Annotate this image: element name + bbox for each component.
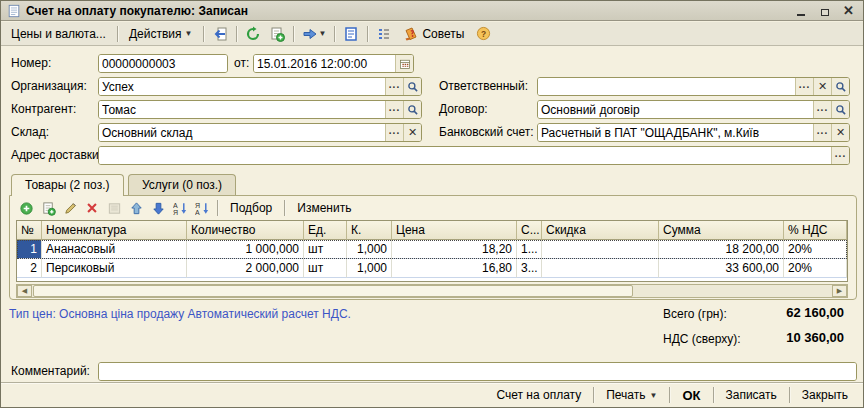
actions-menu-button[interactable]: Действия▼ — [123, 25, 199, 43]
column-header[interactable]: № — [17, 221, 42, 240]
organization-open-button[interactable] — [403, 78, 421, 95]
goto-menu-button[interactable]: ▼ — [299, 24, 329, 44]
reread-button[interactable] — [209, 24, 231, 44]
contract-choose-button[interactable]: ... — [813, 101, 831, 118]
print-menu-button[interactable]: Печать▼ — [597, 386, 666, 404]
counterparty-input[interactable] — [99, 101, 385, 118]
column-header[interactable]: Ед. — [304, 221, 347, 240]
scrollbar-track[interactable] — [633, 285, 832, 297]
scrollbar-thumb[interactable] — [33, 285, 633, 297]
bank-account-clear-button[interactable]: ✕ — [831, 124, 849, 141]
column-header[interactable]: К. — [347, 221, 392, 240]
organization-choose-button[interactable]: ... — [385, 78, 403, 95]
table-row[interactable]: 1 Ананасовый 1 000,000 шт 1,000 18,20 1.… — [17, 240, 847, 259]
sort-desc-button[interactable]: ЯА — [192, 199, 212, 217]
cell-coef[interactable]: 1,000 — [347, 259, 392, 278]
column-header[interactable]: Номенклатура — [42, 221, 187, 240]
window-title: Счет на оплату покупателю: Записан — [26, 4, 248, 18]
cell-sum[interactable]: 18 200,00 — [659, 240, 784, 259]
bank-account-input[interactable] — [538, 124, 813, 141]
tab-goods[interactable]: Товары (2 поз.) — [11, 174, 124, 196]
cell-quantity[interactable]: 2 000,000 — [187, 259, 304, 278]
change-button[interactable]: Изменить — [290, 200, 358, 216]
counterparty-open-button[interactable] — [403, 101, 421, 118]
organization-input[interactable] — [99, 78, 385, 95]
cell-price[interactable]: 16,80 — [392, 259, 517, 278]
cell-vat[interactable]: 20% — [784, 240, 847, 259]
refresh-button[interactable] — [242, 24, 264, 44]
cell-unit[interactable]: шт — [304, 240, 347, 259]
cell-c[interactable]: 1... — [517, 240, 542, 259]
column-header[interactable]: Цена — [392, 221, 517, 240]
cell-quantity[interactable]: 1 000,000 — [187, 240, 304, 259]
cell-c[interactable]: 3... — [517, 259, 542, 278]
responsible-input[interactable] — [538, 78, 795, 95]
column-header[interactable]: Сумма — [659, 221, 784, 240]
date-input[interactable] — [254, 55, 395, 72]
minimize-button[interactable] — [794, 5, 807, 17]
delete-row-button[interactable] — [82, 199, 102, 217]
calendar-button[interactable] — [395, 55, 413, 72]
delivery-address-choose-button[interactable]: ... — [831, 147, 849, 164]
cell-price[interactable]: 18,20 — [392, 240, 517, 259]
cell-unit[interactable]: шт — [304, 259, 347, 278]
move-down-button[interactable] — [148, 199, 168, 217]
cell-row-number[interactable]: 2 — [17, 259, 42, 278]
ok-button[interactable]: ОК — [673, 386, 709, 405]
restore-button[interactable] — [818, 5, 831, 17]
column-header[interactable]: % НДС — [784, 221, 847, 240]
bank-account-choose-button[interactable]: ... — [813, 124, 831, 141]
sort-asc-button[interactable]: АЯ — [170, 199, 190, 217]
scroll-right-arrow[interactable]: ▶ — [832, 285, 847, 297]
warehouse-clear-button[interactable]: ✕ — [403, 124, 421, 141]
warehouse-choose-button[interactable]: ... — [385, 124, 403, 141]
cell-vat[interactable]: 20% — [784, 259, 847, 278]
help-button[interactable]: ? — [472, 24, 494, 44]
cell-nomenclature[interactable]: Ананасовый — [42, 240, 187, 259]
refresh-icon — [245, 26, 261, 42]
items-toolbar: АЯ ЯА Подбор Изменить — [16, 198, 358, 218]
delivery-address-fieldbox: ... — [98, 146, 850, 165]
tab-services[interactable]: Услуги (0 поз.) — [128, 174, 236, 195]
number-input[interactable] — [99, 55, 227, 72]
structure-button[interactable] — [340, 24, 362, 44]
separator — [203, 26, 204, 42]
responsible-clear-button[interactable]: ✕ — [813, 78, 831, 95]
invoice-button[interactable]: Счет на оплату — [487, 386, 590, 404]
save-button[interactable]: Записать — [717, 386, 786, 404]
pick-button[interactable]: Подбор — [223, 200, 279, 216]
cell-nomenclature[interactable]: Персиковый — [42, 259, 187, 278]
delivery-address-input[interactable] — [99, 147, 831, 164]
contract-open-button[interactable] — [831, 101, 849, 118]
journal-list-button[interactable] — [373, 24, 395, 44]
cell-coef[interactable]: 1,000 — [347, 240, 392, 259]
scroll-left-arrow[interactable]: ◀ — [17, 285, 32, 297]
end-edit-button[interactable] — [104, 199, 124, 217]
copy-row-button[interactable] — [38, 199, 58, 217]
table-row[interactable]: 2 Персиковый 2 000,000 шт 1,000 16,80 3.… — [17, 259, 847, 278]
add-row-button[interactable] — [16, 199, 36, 217]
cell-discount[interactable] — [542, 259, 659, 278]
prices-currency-button[interactable]: Цены и валюта... — [5, 25, 112, 43]
close-icon[interactable]: ✕ — [842, 5, 855, 17]
horizontal-scrollbar[interactable]: ◀ ▶ — [16, 284, 848, 298]
price-type-link[interactable]: Тип цен: Основна ціна продажу Автоматиче… — [9, 307, 351, 321]
close-button[interactable]: Закрыть — [793, 386, 857, 404]
separator — [284, 200, 285, 216]
contract-input[interactable] — [538, 101, 813, 118]
counterparty-choose-button[interactable]: ... — [385, 101, 403, 118]
column-header[interactable]: С... — [517, 221, 542, 240]
copy-create-button[interactable] — [266, 24, 288, 44]
cell-row-number[interactable]: 1 — [17, 240, 42, 259]
responsible-choose-button[interactable]: ... — [795, 78, 813, 95]
cell-discount[interactable] — [542, 240, 659, 259]
responsible-open-button[interactable] — [831, 78, 849, 95]
comment-input[interactable] — [99, 363, 856, 380]
column-header[interactable]: Скидка — [542, 221, 659, 240]
warehouse-input[interactable] — [99, 124, 385, 141]
move-up-button[interactable] — [126, 199, 146, 217]
tips-button[interactable]: Советы — [397, 24, 470, 44]
edit-row-button[interactable] — [60, 199, 80, 217]
column-header[interactable]: Количество — [187, 221, 304, 240]
cell-sum[interactable]: 33 600,00 — [659, 259, 784, 278]
